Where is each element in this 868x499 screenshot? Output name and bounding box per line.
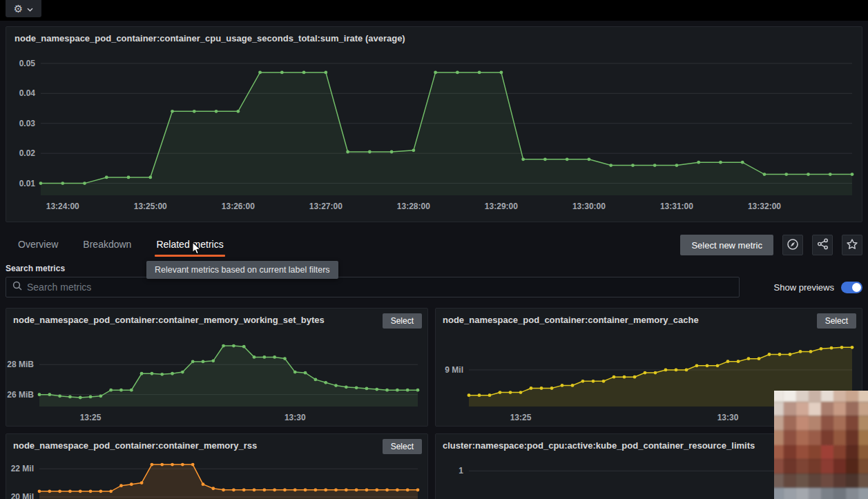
- svg-text:26 MiB: 26 MiB: [7, 390, 34, 400]
- tab-overview[interactable]: Overview: [17, 233, 59, 257]
- svg-text:0.03: 0.03: [19, 119, 36, 128]
- svg-text:13:25: 13:25: [80, 413, 102, 422]
- svg-text:13:29:00: 13:29:00: [485, 202, 518, 211]
- svg-text:28 MiB: 28 MiB: [7, 360, 34, 369]
- tab-bar: Overview Breakdown Related metrics: [17, 233, 225, 257]
- main-chart-title: node_namespace_pod_container:container_c…: [6, 27, 862, 43]
- svg-text:0.02: 0.02: [19, 148, 36, 158]
- header-actions: Select new metric: [680, 235, 862, 255]
- chevron-down-icon: [27, 3, 33, 14]
- svg-text:13:25:00: 13:25:00: [134, 202, 167, 211]
- svg-text:0.01: 0.01: [19, 179, 36, 188]
- screen: ⚙ node_namespace_pod_container:container…: [0, 0, 868, 499]
- share-icon: [817, 238, 829, 252]
- memory-rss-chart[interactable]: 22 Mil20 Mil13:2513:30: [6, 458, 425, 499]
- svg-text:13:28:00: 13:28:00: [397, 202, 430, 211]
- search-metrics-label: Search metrics: [6, 264, 65, 273]
- metric-panel-memory-rss: node_namespace_pod_container:container_m…: [6, 433, 428, 499]
- metric-panel-working-set: node_namespace_pod_container:container_m…: [6, 308, 428, 427]
- star-icon: [846, 238, 858, 253]
- svg-text:1: 1: [459, 466, 463, 476]
- working-set-chart[interactable]: 28 MiB26 MiB13:2513:30: [6, 332, 425, 424]
- show-previews-toggle[interactable]: [841, 282, 862, 293]
- metric-panels-grid: node_namespace_pod_container:container_m…: [6, 308, 862, 499]
- svg-text:13:30:00: 13:30:00: [572, 202, 606, 211]
- metric-panel-title: node_namespace_pod_container:container_m…: [13, 315, 378, 325]
- select-button[interactable]: Select: [817, 313, 856, 329]
- svg-text:13:30: 13:30: [284, 413, 306, 422]
- svg-text:13:30: 13:30: [717, 413, 739, 422]
- tab-breakdown[interactable]: Breakdown: [81, 233, 133, 257]
- show-previews-control: Show previews: [774, 277, 862, 297]
- svg-text:0.05: 0.05: [19, 59, 36, 68]
- svg-text:13:27:00: 13:27:00: [309, 202, 343, 211]
- settings-button[interactable]: ⚙: [6, 0, 41, 17]
- privacy-overlay-grid: [774, 391, 868, 499]
- search-input[interactable]: [27, 282, 733, 293]
- svg-text:13:31:00: 13:31:00: [660, 202, 693, 211]
- svg-text:9 Mil: 9 Mil: [445, 365, 463, 375]
- main-chart-panel: node_namespace_pod_container:container_c…: [6, 26, 862, 222]
- share-button[interactable]: [812, 235, 833, 255]
- metric-panel-title: node_namespace_pod_container:container_m…: [443, 315, 812, 325]
- svg-text:22 Mil: 22 Mil: [11, 464, 34, 473]
- svg-text:20 Mil: 20 Mil: [11, 492, 34, 499]
- compass-icon: [787, 238, 799, 253]
- star-button[interactable]: [842, 235, 862, 255]
- metric-panel-title: node_namespace_pod_container:container_m…: [13, 440, 378, 451]
- privacy-overlay: [774, 391, 868, 499]
- tab-tooltip: Relevant metrics based on current label …: [146, 261, 338, 279]
- metric-panel-title: cluster:namespace:pod_cpu:active:kube_po…: [443, 440, 812, 451]
- svg-text:13:26:00: 13:26:00: [222, 202, 255, 211]
- select-button[interactable]: Select: [383, 439, 422, 454]
- top-bar: ⚙: [0, 0, 868, 21]
- search-icon: [12, 281, 22, 293]
- search-box: [6, 277, 740, 297]
- tab-related-metrics[interactable]: Related metrics: [155, 233, 224, 257]
- svg-text:0.04: 0.04: [19, 88, 36, 98]
- svg-text:13:25: 13:25: [510, 413, 532, 422]
- svg-text:13:32:00: 13:32:00: [748, 202, 781, 211]
- select-button[interactable]: Select: [383, 313, 422, 329]
- cpu-usage-chart[interactable]: 0.010.020.030.040.0513:24:0013:25:0013:2…: [6, 49, 862, 220]
- gear-icon: ⚙: [14, 3, 23, 14]
- tabs-row: Overview Breakdown Related metrics Selec…: [6, 233, 862, 257]
- show-previews-label: Show previews: [774, 282, 834, 293]
- explore-button[interactable]: [782, 235, 803, 255]
- svg-text:13:24:00: 13:24:00: [46, 202, 79, 211]
- select-new-metric-button[interactable]: Select new metric: [680, 235, 773, 255]
